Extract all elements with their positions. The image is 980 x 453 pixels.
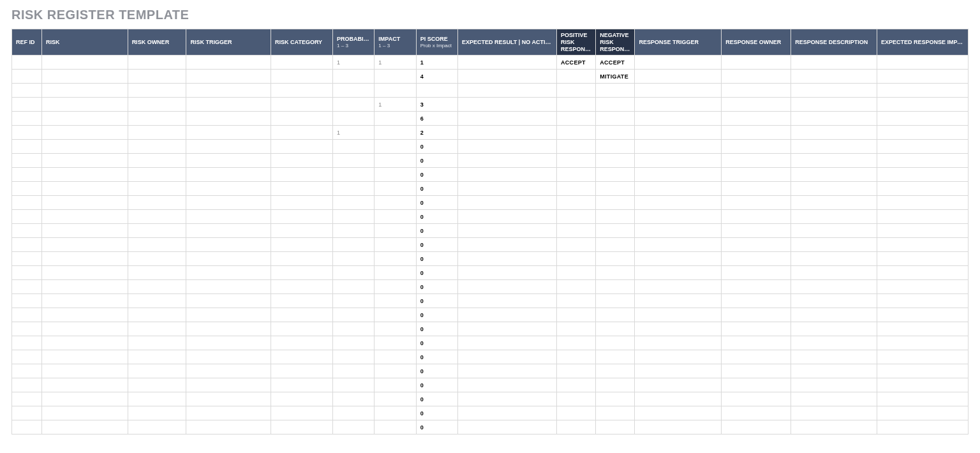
cell-response-trigger[interactable] (635, 280, 722, 294)
cell-response-trigger[interactable] (635, 168, 722, 182)
cell-probability[interactable] (333, 266, 375, 280)
cell-impact[interactable] (375, 336, 416, 350)
cell-risk[interactable] (41, 210, 128, 224)
cell-response-owner[interactable] (722, 350, 791, 364)
cell-impact[interactable] (375, 196, 416, 210)
cell-response-trigger[interactable] (635, 392, 722, 406)
cell-response-impact[interactable] (877, 252, 969, 266)
cell-impact[interactable] (375, 238, 416, 252)
cell-probability[interactable]: 3 (333, 84, 375, 98)
cell-riskcat[interactable] (271, 182, 333, 196)
cell-risk[interactable] (41, 98, 128, 112)
cell-riskowner[interactable] (128, 182, 186, 196)
cell-riskowner[interactable] (128, 56, 186, 70)
cell-risk[interactable] (41, 56, 128, 70)
cell-response-trigger[interactable] (635, 266, 722, 280)
cell-probability[interactable]: 2 (333, 70, 375, 84)
cell-impact[interactable] (375, 266, 416, 280)
cell-refid[interactable] (12, 350, 42, 364)
cell-risktrigger[interactable] (186, 168, 271, 182)
cell-probability[interactable] (333, 224, 375, 238)
cell-negative-response[interactable]: AVOID (596, 98, 635, 112)
cell-response-trigger[interactable] (635, 308, 722, 322)
cell-risktrigger[interactable] (186, 196, 271, 210)
cell-response-impact[interactable] (877, 98, 969, 112)
cell-response-owner[interactable] (722, 154, 791, 168)
cell-response-description[interactable] (791, 406, 877, 420)
cell-response-owner[interactable] (722, 406, 791, 420)
cell-response-impact[interactable] (877, 266, 969, 280)
cell-impact[interactable] (375, 364, 416, 378)
cell-impact[interactable] (375, 308, 416, 322)
cell-riskcat[interactable] (271, 308, 333, 322)
cell-response-trigger[interactable] (635, 406, 722, 420)
cell-risktrigger[interactable] (186, 364, 271, 378)
cell-positive-response[interactable] (557, 294, 596, 308)
cell-response-owner[interactable] (722, 280, 791, 294)
cell-impact[interactable]: 2 (375, 70, 416, 84)
cell-response-description[interactable] (791, 182, 877, 196)
cell-risk[interactable] (41, 350, 128, 364)
cell-positive-response[interactable] (557, 210, 596, 224)
cell-riskowner[interactable] (128, 70, 186, 84)
cell-response-trigger[interactable] (635, 182, 722, 196)
cell-negative-response[interactable] (596, 182, 635, 196)
cell-risk[interactable] (41, 308, 128, 322)
cell-probability[interactable] (333, 182, 375, 196)
cell-riskowner[interactable] (128, 224, 186, 238)
cell-response-impact[interactable] (877, 112, 969, 126)
cell-negative-response[interactable] (596, 210, 635, 224)
cell-response-impact[interactable] (877, 336, 969, 350)
cell-positive-response[interactable] (557, 154, 596, 168)
cell-response-impact[interactable] (877, 182, 969, 196)
cell-impact[interactable] (375, 392, 416, 406)
cell-riskowner[interactable] (128, 364, 186, 378)
cell-response-description[interactable] (791, 140, 877, 154)
cell-positive-response[interactable] (557, 196, 596, 210)
cell-riskowner[interactable] (128, 266, 186, 280)
cell-probability[interactable] (333, 308, 375, 322)
cell-response-owner[interactable] (722, 378, 791, 392)
cell-impact[interactable] (375, 140, 416, 154)
cell-response-trigger[interactable] (635, 420, 722, 434)
cell-positive-response[interactable] (557, 322, 596, 336)
cell-positive-response[interactable]: EXPLOIT (557, 98, 596, 112)
cell-expected[interactable] (457, 210, 556, 224)
cell-positive-response[interactable] (557, 252, 596, 266)
cell-response-owner[interactable] (722, 56, 791, 70)
cell-riskowner[interactable] (128, 308, 186, 322)
cell-negative-response[interactable] (596, 126, 635, 140)
cell-riskowner[interactable] (128, 336, 186, 350)
cell-response-impact[interactable] (877, 196, 969, 210)
cell-response-owner[interactable] (722, 224, 791, 238)
cell-probability[interactable]: 1 (333, 126, 375, 140)
cell-response-trigger[interactable] (635, 336, 722, 350)
cell-response-description[interactable] (791, 294, 877, 308)
cell-negative-response[interactable] (596, 238, 635, 252)
cell-response-description[interactable] (791, 112, 877, 126)
cell-response-impact[interactable] (877, 322, 969, 336)
cell-response-owner[interactable] (722, 420, 791, 434)
cell-positive-response[interactable] (557, 406, 596, 420)
cell-expected[interactable] (457, 196, 556, 210)
cell-response-trigger[interactable] (635, 84, 722, 98)
cell-riskowner[interactable] (128, 378, 186, 392)
cell-risktrigger[interactable] (186, 336, 271, 350)
cell-refid[interactable] (12, 154, 42, 168)
cell-refid[interactable] (12, 70, 42, 84)
cell-response-owner[interactable] (722, 140, 791, 154)
cell-response-impact[interactable] (877, 420, 969, 434)
cell-refid[interactable] (12, 238, 42, 252)
cell-negative-response[interactable] (596, 308, 635, 322)
cell-refid[interactable] (12, 182, 42, 196)
cell-risk[interactable] (41, 70, 128, 84)
cell-riskcat[interactable] (271, 392, 333, 406)
cell-impact[interactable] (375, 406, 416, 420)
cell-riskowner[interactable] (128, 406, 186, 420)
cell-riskowner[interactable] (128, 84, 186, 98)
cell-impact[interactable] (375, 224, 416, 238)
cell-probability[interactable] (333, 322, 375, 336)
cell-expected[interactable] (457, 140, 556, 154)
cell-negative-response[interactable] (596, 280, 635, 294)
cell-expected[interactable] (457, 350, 556, 364)
